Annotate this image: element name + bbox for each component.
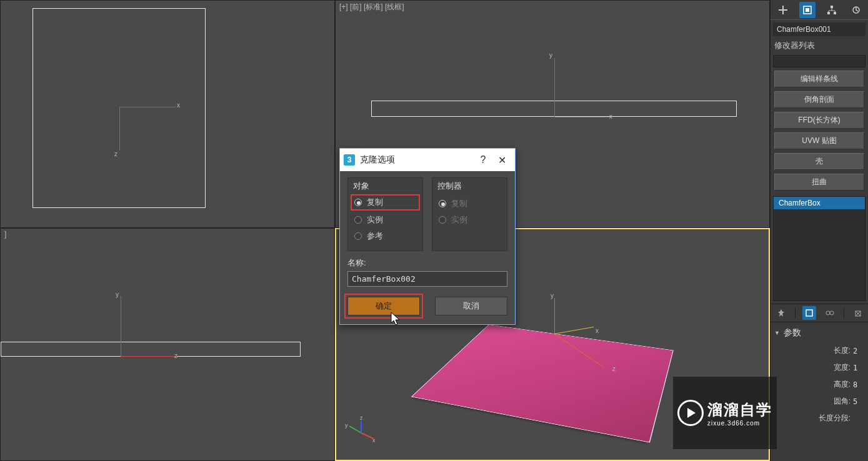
ffd-box-button[interactable]: FFD(长方体) — [774, 112, 864, 129]
remove-modifier-icon[interactable] — [851, 306, 865, 320]
radio-dot-icon — [439, 216, 446, 224]
show-end-result-icon[interactable] — [802, 306, 816, 320]
shell-button[interactable]: 壳 — [774, 153, 864, 170]
modify-tab-icon[interactable] — [799, 2, 816, 18]
viewport-label-front: [+] [前] [标准] [线框] — [339, 2, 404, 12]
watermark-sub: zixue.3d66.com — [707, 420, 760, 427]
modifier-stack[interactable]: ChamferBox — [773, 196, 866, 301]
param-width: 宽度: 1 — [808, 359, 866, 376]
svg-rect-1 — [806, 8, 809, 12]
radio-reference[interactable]: 参考 — [353, 228, 417, 244]
svg-rect-2 — [831, 6, 833, 8]
radio-dot-icon — [354, 199, 362, 206]
stack-toolbar — [771, 304, 868, 322]
svg-rect-6 — [806, 310, 812, 316]
viewport-left-label: ] — [4, 230, 6, 239]
dialog-title: 克隆选项 — [360, 154, 395, 166]
help-button[interactable]: ? — [474, 154, 492, 166]
axis-x-left — [121, 356, 177, 357]
svg-rect-3 — [827, 12, 830, 14]
modifier-list-dropdown[interactable] — [773, 55, 866, 67]
object-group-title: 对象 — [353, 181, 417, 192]
axis-y-label-left: y — [116, 291, 119, 298]
axis-x — [119, 107, 176, 107]
axis-z-label-left: z — [174, 352, 177, 359]
bend-button[interactable]: 扭曲 — [774, 174, 864, 191]
modifier-list-label: 修改器列表 — [771, 37, 868, 54]
radio-copy-label: 复制 — [367, 197, 383, 208]
chamfer-profile-button[interactable]: 倒角剖面 — [774, 91, 864, 108]
axis-y-label-front: y — [549, 52, 552, 59]
viewport-top[interactable]: x z — [0, 0, 335, 228]
ok-button[interactable]: 确定 — [347, 297, 420, 315]
axis-y — [119, 107, 120, 151]
axis-x-front — [554, 117, 611, 117]
uvw-map-button[interactable]: UVW 贴图 — [774, 132, 864, 149]
radio-copy[interactable]: 复制 — [351, 194, 420, 211]
name-label: 名称: — [347, 257, 507, 269]
app-icon: 3 — [344, 154, 355, 166]
params-rollout-label: 参数 — [784, 327, 801, 339]
params-list: 长度: 2 宽度: 1 高度: 8 圆角: 5 长度分段: — [771, 342, 868, 427]
make-unique-icon[interactable] — [823, 306, 837, 320]
persp-axis-z-label: z — [612, 365, 616, 372]
motion-tab-icon[interactable] — [848, 2, 864, 18]
object-name-field[interactable]: ChamferBox001 — [773, 22, 866, 36]
axis-x-label-front: x — [609, 113, 612, 120]
play-icon — [677, 400, 704, 426]
create-tab-icon[interactable] — [775, 2, 791, 18]
controller-group: 控制器 复制 实例 — [432, 177, 507, 251]
svg-rect-4 — [834, 12, 836, 14]
controller-group-title: 控制器 — [437, 181, 502, 192]
dialog-titlebar[interactable]: 3 克隆选项 ? ✕ — [340, 149, 515, 171]
hierarchy-tab-icon[interactable] — [824, 2, 840, 18]
axis-z-label: z — [114, 151, 117, 157]
cancel-button[interactable]: 取消 — [435, 297, 507, 315]
panel-tabs — [771, 0, 868, 20]
persp-axis-z — [554, 298, 555, 335]
name-input[interactable] — [347, 271, 507, 287]
svg-point-8 — [830, 311, 834, 315]
radio-dot-icon — [354, 232, 362, 240]
params-rollout-header[interactable]: 参数 — [771, 322, 868, 342]
param-height: 高度: 8 — [808, 376, 866, 393]
radio-reference-label: 参考 — [367, 230, 383, 242]
command-panel: ChamferBox001 修改器列表 编辑样条线 倒角剖面 FFD(长方体) … — [770, 0, 868, 461]
param-length: 长度: 2 — [808, 342, 866, 359]
modifier-stack-item[interactable]: ChamferBox — [774, 197, 865, 209]
svg-point-7 — [826, 311, 830, 315]
ctrl-radio-instance: 实例 — [437, 212, 502, 228]
radio-dot-icon — [354, 216, 362, 224]
ctrl-radio-instance-label: 实例 — [451, 214, 467, 226]
axis-x-label: x — [177, 102, 180, 109]
persp-axis-y-label: y — [551, 292, 554, 299]
clone-options-dialog: 3 克隆选项 ? ✕ 对象 复制 实例 参考 — [339, 148, 516, 325]
wireframe-box-left — [1, 342, 301, 357]
param-length-segs: 长度分段: — [808, 410, 866, 427]
edit-spline-button[interactable]: 编辑样条线 — [774, 71, 864, 87]
radio-instance[interactable]: 实例 — [353, 212, 417, 228]
world-gizmo: x y z — [349, 420, 374, 445]
radio-dot-icon — [439, 200, 446, 207]
persp-axis-x-label: x — [596, 327, 599, 334]
radio-instance-label: 实例 — [367, 214, 383, 226]
pin-stack-icon[interactable] — [774, 306, 788, 320]
object-group: 对象 复制 实例 参考 — [347, 177, 423, 251]
ctrl-radio-copy: 复制 — [437, 196, 502, 212]
ctrl-radio-copy-label: 复制 — [451, 198, 467, 209]
close-button[interactable]: ✕ — [492, 154, 511, 166]
watermark: 溜溜自学 zixue.3d66.com — [673, 377, 777, 449]
axis-y-left — [121, 296, 121, 356]
viewport-left[interactable]: ] y z — [0, 228, 335, 461]
watermark-main: 溜溜自学 — [707, 400, 772, 420]
axis-y-front — [554, 58, 555, 117]
param-fillet: 圆角: 5 — [808, 393, 866, 410]
